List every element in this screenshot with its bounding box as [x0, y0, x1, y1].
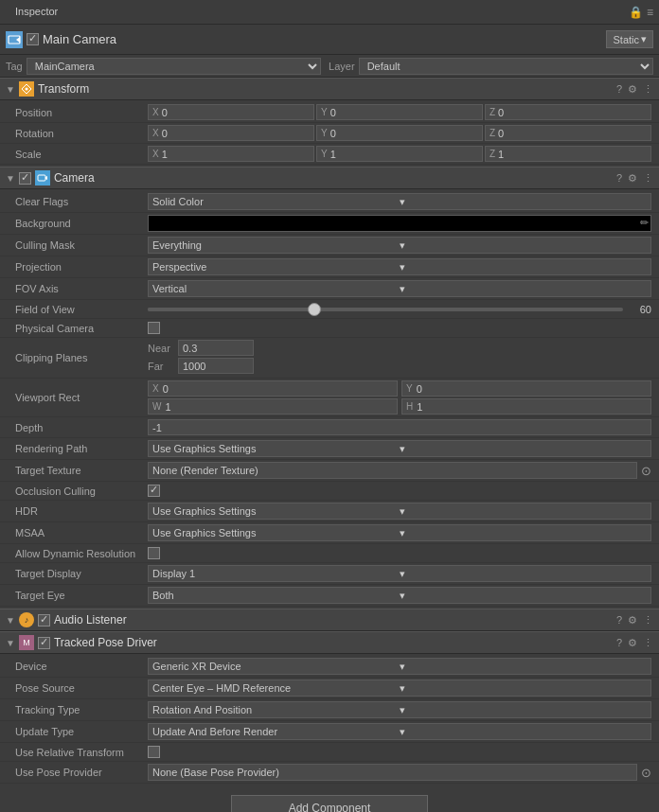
target-display-dropdown[interactable]: Display 1 ▾	[148, 565, 651, 582]
camera-help-icon[interactable]: ?	[616, 172, 622, 185]
tracked-pose-driver-icon: M	[19, 635, 34, 650]
use-pose-provider-picker-icon[interactable]: ⊙	[641, 766, 651, 780]
target-texture-dropdown[interactable]: None (Render Texture)	[148, 462, 637, 479]
scale-x-label: X	[152, 149, 159, 159]
camera-enabled-checkbox[interactable]	[19, 172, 31, 185]
use-pose-provider-dropdown[interactable]: None (Base Pose Provider)	[148, 764, 637, 781]
position-y-field[interactable]: Y 0	[316, 104, 483, 120]
svg-point-1	[25, 88, 27, 91]
scale-z-field[interactable]: Z 1	[485, 146, 651, 162]
device-dropdown[interactable]: Generic XR Device ▾	[148, 658, 651, 675]
near-input[interactable]	[178, 340, 254, 356]
position-label: Position	[15, 107, 148, 118]
transform-menu-icon[interactable]: ⋮	[643, 83, 653, 96]
scale-x-field[interactable]: X 1	[148, 146, 314, 162]
viewport-h-field[interactable]: H 1	[401, 398, 651, 415]
rendering-path-label: Rendering Path	[15, 443, 148, 454]
tracked-pose-driver-enabled-checkbox[interactable]	[38, 637, 50, 649]
fov-axis-dropdown[interactable]: Vertical ▾	[148, 280, 651, 297]
rotation-y-field[interactable]: Y 0	[316, 125, 483, 141]
add-component-area: Add Component	[0, 786, 659, 812]
transform-actions: ? ⚙ ⋮	[616, 83, 653, 96]
scale-xyz: X 1 Y 1 Z 1	[148, 146, 651, 162]
rendering-path-dropdown[interactable]: Use Graphics Settings ▾	[148, 440, 651, 457]
audio-listener-title: Audio Listener	[54, 613, 127, 627]
projection-row: Projection Perspective ▾	[0, 256, 659, 278]
menu-icon[interactable]: ≡	[647, 6, 653, 19]
static-button[interactable]: Static ▾	[606, 30, 653, 48]
tracking-type-dropdown[interactable]: Rotation And Position ▾	[148, 701, 651, 718]
transform-help-icon[interactable]: ?	[616, 83, 622, 96]
hdr-row: HDR Use Graphics Settings ▾	[0, 501, 659, 522]
msaa-row: MSAA Use Graphics Settings ▾	[0, 522, 659, 544]
projection-dropdown[interactable]: Perspective ▾	[148, 258, 651, 275]
clear-flags-dropdown[interactable]: Solid Color ▾	[148, 193, 651, 210]
viewport-x-val: 0	[163, 383, 169, 395]
position-z-field[interactable]: Z 0	[485, 104, 651, 120]
viewport-y-field[interactable]: Y 0	[401, 380, 651, 397]
audio-listener-menu-icon[interactable]: ⋮	[643, 614, 653, 627]
allow-dynamic-resolution-checkbox[interactable]	[148, 547, 160, 559]
rotation-y-val: 0	[330, 128, 336, 139]
physical-camera-checkbox[interactable]	[148, 322, 160, 334]
viewport-w-field[interactable]: W 1	[148, 398, 398, 415]
rendering-path-arrow: ▾	[400, 443, 647, 455]
audio-listener-settings-icon[interactable]: ⚙	[628, 614, 637, 627]
tag-select[interactable]: MainCamera	[27, 58, 321, 75]
transform-settings-icon[interactable]: ⚙	[628, 83, 637, 96]
viewport-rect-label: Viewport Rect	[15, 392, 148, 403]
target-eye-dropdown[interactable]: Both ▾	[148, 587, 651, 604]
scale-label: Scale	[15, 149, 148, 160]
layer-select[interactable]: Default	[359, 58, 653, 75]
fov-slider[interactable]: 60	[148, 304, 651, 315]
scale-y-field[interactable]: Y 1	[316, 146, 483, 162]
tracked-pose-driver-arrow: ▼	[6, 638, 15, 648]
use-relative-transform-label: Use Relative Transform	[15, 747, 148, 758]
clipping-planes-row: Clipping Planes Near Far	[0, 338, 659, 379]
viewport-y-label: Y	[406, 383, 413, 394]
background-color-field[interactable]: ✏	[148, 215, 651, 232]
audio-listener-help-icon[interactable]: ?	[616, 614, 622, 627]
rotation-z-field[interactable]: Z 0	[485, 125, 651, 141]
audio-listener-actions: ? ⚙ ⋮	[616, 614, 653, 627]
tracked-pose-driver-settings-icon[interactable]: ⚙	[628, 637, 637, 649]
culling-mask-dropdown[interactable]: Everything ▾	[148, 237, 651, 254]
viewport-h-val: 1	[417, 401, 422, 413]
object-enabled-checkbox[interactable]	[27, 33, 39, 45]
camera-actions: ? ⚙ ⋮	[616, 172, 653, 185]
viewport-x-field[interactable]: X 0	[148, 380, 398, 397]
camera-settings-icon[interactable]: ⚙	[628, 172, 637, 185]
transform-section-header[interactable]: ▼ Transform ? ⚙ ⋮	[0, 78, 659, 100]
update-type-dropdown[interactable]: Update And Before Render ▾	[148, 723, 651, 740]
tracked-pose-driver-section-header[interactable]: ▼ M Tracked Pose Driver ? ⚙ ⋮	[0, 631, 659, 654]
device-arrow: ▾	[400, 661, 647, 673]
pose-source-dropdown[interactable]: Center Eye – HMD Reference ▾	[148, 680, 651, 697]
camera-section-header[interactable]: ▼ Camera ? ⚙ ⋮	[0, 167, 659, 189]
camera-arrow: ▼	[6, 173, 15, 184]
use-relative-transform-checkbox[interactable]	[148, 746, 160, 758]
camera-menu-icon[interactable]: ⋮	[643, 172, 653, 185]
background-edit-icon[interactable]: ✏	[640, 217, 649, 229]
depth-input[interactable]	[148, 419, 651, 435]
position-x-field[interactable]: X 0	[148, 104, 314, 120]
target-texture-picker-icon[interactable]: ⊙	[641, 464, 651, 478]
fov-thumb[interactable]	[308, 303, 321, 316]
msaa-dropdown[interactable]: Use Graphics Settings ▾	[148, 524, 651, 541]
update-type-label: Update Type	[15, 726, 148, 737]
add-component-button[interactable]: Add Component	[231, 795, 429, 812]
occlusion-culling-checkbox[interactable]	[148, 485, 160, 497]
hdr-dropdown[interactable]: Use Graphics Settings ▾	[148, 503, 651, 520]
transform-arrow: ▼	[6, 84, 15, 95]
fov-axis-label: FOV Axis	[15, 283, 148, 294]
viewport-w-label: W	[152, 401, 161, 412]
rotation-row: Rotation X 0 Y 0 Z 0	[0, 123, 659, 144]
target-texture-label: Target Texture	[15, 465, 148, 476]
audio-listener-section-header[interactable]: ▼ ♪ Audio Listener ? ⚙ ⋮	[0, 609, 659, 631]
far-input[interactable]	[178, 358, 254, 374]
tracked-pose-driver-help-icon[interactable]: ?	[616, 637, 622, 649]
audio-listener-enabled-checkbox[interactable]	[38, 614, 50, 627]
rotation-x-field[interactable]: X 0	[148, 125, 314, 141]
lock-icon[interactable]: 🔒	[629, 6, 643, 19]
tracked-pose-driver-menu-icon[interactable]: ⋮	[643, 637, 653, 649]
inspector-tab[interactable]: Inspector	[6, 4, 67, 21]
